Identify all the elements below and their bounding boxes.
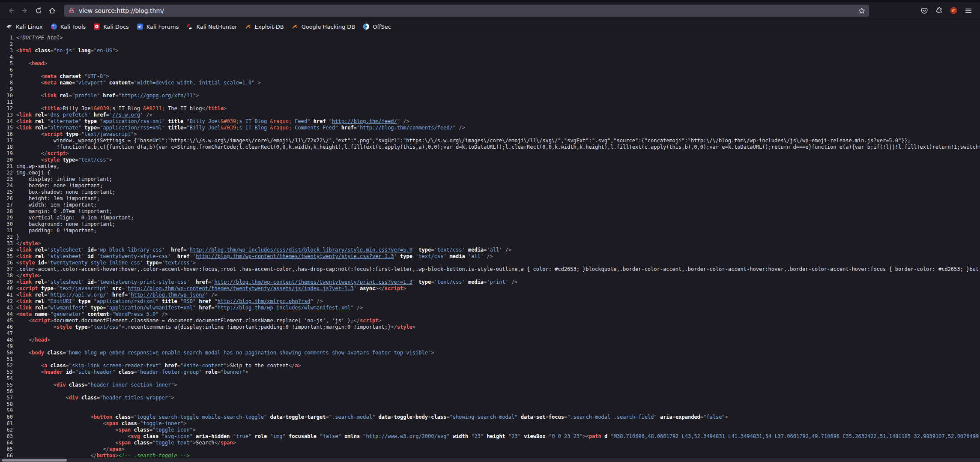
line-number: 53 xyxy=(0,369,16,375)
bookmark-kali-forums[interactable]: Kali Forums xyxy=(137,23,179,30)
pocket-button[interactable] xyxy=(920,7,928,15)
source-token: img.emoji { xyxy=(16,170,50,176)
source-line: 27 width: 1em !important; xyxy=(0,202,980,208)
source-token: =" xyxy=(267,433,273,439)
scrollbar-thumb[interactable] xyxy=(2,459,67,462)
source-link[interactable]: https://gmpg.org/xfn/11 xyxy=(122,93,193,99)
source-token xyxy=(446,253,449,259)
source-token: no-js xyxy=(57,48,72,54)
back-button[interactable] xyxy=(4,4,18,17)
source-line: 3<html class="no-js" lang="en-US"> xyxy=(0,48,980,54)
source-token: s IT Blog xyxy=(239,118,270,124)
bookmark-kali-tools[interactable]: Kali Tools xyxy=(51,23,86,30)
source-token: "> xyxy=(103,73,109,79)
source-link[interactable]: http://blog.thm/wp-json/ xyxy=(131,292,205,298)
url-text[interactable]: view-source:http://blog.thm/ xyxy=(79,7,858,14)
source-token: =" xyxy=(354,125,360,131)
source-token: twentytwenty-print-style-css xyxy=(100,279,186,285)
source-line-code: <script>document.documentElement.classNa… xyxy=(16,318,382,324)
line-number: 25 xyxy=(0,189,16,195)
line-number: 59 xyxy=(0,408,16,414)
source-token: </ xyxy=(103,446,109,452)
source-link[interactable]: http://blog.thm/wp-content/themes/twenty… xyxy=(128,285,353,291)
source-line: 51 xyxy=(0,356,980,363)
reload-button[interactable] xyxy=(32,4,45,17)
bookmark-kali-docs[interactable]: Kali Docs xyxy=(93,23,129,30)
bookmark-kali-linux[interactable]: Kali Linux xyxy=(6,23,43,30)
source-token: '> xyxy=(190,260,196,266)
source-line: 20 <style type="text/css"> xyxy=(0,157,980,163)
source-token: =" xyxy=(326,118,332,124)
source-token: =" xyxy=(84,382,90,388)
source-token: ' /> xyxy=(205,292,218,298)
bookmark-kali-nethunter[interactable]: Kali NetHunter xyxy=(186,23,237,30)
source-token: =" xyxy=(90,48,96,54)
line-number: 19 xyxy=(0,150,16,157)
source-token: class xyxy=(47,350,63,356)
line-number: 33 xyxy=(0,240,16,247)
source-token: header-inner section-inner xyxy=(90,382,171,388)
horizontal-scrollbar[interactable] xyxy=(0,458,980,462)
source-token: </ xyxy=(214,440,220,446)
source-token: aria-hidden xyxy=(196,433,230,439)
source-token: =" xyxy=(360,433,366,439)
source-link[interactable]: http://blog.thm/feed/ xyxy=(332,118,397,124)
source-token: &#039; xyxy=(94,105,112,111)
source-token: =' xyxy=(431,247,437,253)
source-token: script xyxy=(19,285,38,291)
source-link[interactable]: http://blog.thm/wp-includes/css/dist/blo… xyxy=(190,247,412,253)
source-token: < xyxy=(41,157,44,163)
source-token: =" xyxy=(87,324,93,330)
source-link[interactable]: http://blog.thm/wp-includes/wlwmanifest.… xyxy=(218,305,351,311)
menu-hamburger-button[interactable] xyxy=(965,7,972,15)
line-number: 43 xyxy=(0,305,16,311)
source-token: =" xyxy=(115,93,121,99)
line-number: 46 xyxy=(0,324,16,330)
source-link[interactable]: http://blog.thm/xmlrpc.php?rsd xyxy=(218,298,311,304)
home-button[interactable] xyxy=(45,4,59,17)
source-token: text/css xyxy=(165,260,190,266)
source-token: twentytwenty-style-css xyxy=(100,253,168,259)
source-token xyxy=(171,253,177,259)
source-token xyxy=(357,285,360,291)
forward-button[interactable] xyxy=(18,4,32,17)
source-token: ' xyxy=(186,279,189,285)
source-token: en-US xyxy=(97,48,112,54)
source-link[interactable]: http://blog.thm/wp-content/themes/twenty… xyxy=(196,253,394,259)
line-number: 13 xyxy=(0,112,16,118)
source-line: 38</style> xyxy=(0,273,980,279)
source-line: 16 <script type="text/javascript"> xyxy=(0,131,980,138)
source-line-code: .color-accent,.color-accent-hover:hover,… xyxy=(16,266,979,273)
source-link[interactable]: http://blog.thm/wp-content/themes/twenty… xyxy=(214,279,412,285)
bookmark-google-hacking-db[interactable]: Google Hacking DB xyxy=(292,23,356,30)
bookmark-star-button[interactable] xyxy=(858,7,866,15)
source-token xyxy=(16,73,41,79)
source-token: =" xyxy=(149,440,155,446)
source-token: style xyxy=(22,273,38,279)
browser-window: view-source:http://blog.thm/ xyxy=(0,0,980,462)
source-token xyxy=(162,363,165,369)
source-token: background: none !important; xyxy=(16,221,115,227)
source-line-code: <style id='twentytwenty-style-inline-css… xyxy=(16,260,196,266)
url-bar[interactable]: view-source:http://blog.thm/ xyxy=(64,5,869,17)
source-line-code: } xyxy=(16,234,19,240)
source-line-code: vertical-align: -0.1em !important; xyxy=(16,215,134,221)
extensions-puzzle-button[interactable] xyxy=(935,7,943,15)
bookmark-exploit-db[interactable]: Exploit-DB xyxy=(245,23,284,30)
line-number: 27 xyxy=(0,202,16,208)
source-line-code: <body class="home blog wp-embed-responsi… xyxy=(16,350,434,356)
source-token: =" xyxy=(446,414,452,420)
source-token: false xyxy=(323,433,338,439)
extension-red-badge-icon[interactable] xyxy=(950,6,958,15)
source-link[interactable]: //s.w.org xyxy=(112,112,140,118)
source-link[interactable]: http://blog.thm/comments/feed/ xyxy=(360,125,453,131)
insecure-lock-icon[interactable] xyxy=(68,7,75,15)
source-link[interactable]: #site-content xyxy=(183,363,224,369)
source-token xyxy=(109,285,112,291)
bookmark-label: Exploit-DB xyxy=(255,24,284,30)
source-token xyxy=(16,363,41,369)
source-token xyxy=(16,337,29,343)
bookmark-offsec[interactable]: OffSec xyxy=(363,23,391,30)
source-token: =" xyxy=(109,311,115,317)
line-number: 63 xyxy=(0,433,16,440)
